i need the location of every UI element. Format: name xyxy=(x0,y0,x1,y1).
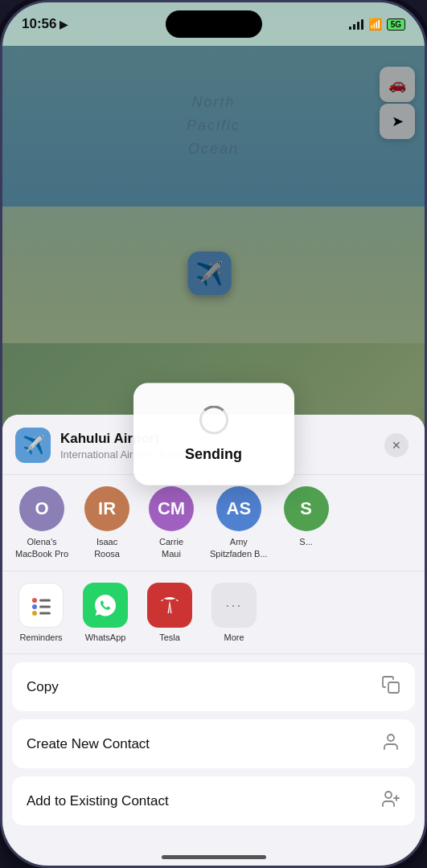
svg-rect-3 xyxy=(39,606,51,608)
home-indicator xyxy=(162,855,266,859)
svg-rect-6 xyxy=(388,682,399,693)
time-label: 10:56 xyxy=(22,16,56,32)
copy-action-button[interactable]: Copy xyxy=(12,662,415,711)
svg-point-7 xyxy=(388,735,394,741)
create-contact-icon xyxy=(381,732,400,755)
action-list: Copy Create New Contact xyxy=(2,654,425,841)
app-item-whatsapp[interactable]: WhatsApp xyxy=(80,583,131,642)
person-avatar: S xyxy=(284,486,329,531)
sending-modal: Sending xyxy=(133,383,294,485)
signal-bars-icon xyxy=(349,18,363,30)
add-existing-label: Add to Existing Contact xyxy=(27,793,169,809)
svg-point-4 xyxy=(32,611,37,616)
svg-point-0 xyxy=(32,598,37,603)
person-item[interactable]: CM CarrieMaui xyxy=(146,486,197,559)
battery-badge: 5G xyxy=(387,18,405,31)
app-row: Reminders WhatsApp xyxy=(2,571,425,654)
dynamic-island xyxy=(166,10,262,38)
svg-point-8 xyxy=(385,792,392,798)
loading-spinner xyxy=(199,406,228,435)
status-time: 10:56 ▶ xyxy=(22,16,68,32)
copy-icon xyxy=(381,675,400,698)
svg-rect-1 xyxy=(39,600,51,602)
app-name: Reminders xyxy=(19,633,62,642)
whatsapp-app-icon xyxy=(83,583,128,628)
more-app-icon: ··· xyxy=(211,583,257,628)
location-icon: ✈️ xyxy=(15,428,51,463)
person-avatar: CM xyxy=(149,486,194,531)
phone-frame: 10:56 ▶ 📶 5G North Pacific Ocean 🚗 ➤ ✈️ xyxy=(0,0,427,868)
svg-rect-5 xyxy=(39,612,51,615)
create-contact-label: Create New Contact xyxy=(27,736,150,752)
add-existing-contact-action-button[interactable]: Add to Existing Contact xyxy=(12,776,415,825)
person-name: IsaacRoosa xyxy=(94,536,120,559)
app-name: More xyxy=(224,633,244,642)
create-contact-action-button[interactable]: Create New Contact xyxy=(12,719,415,768)
person-item[interactable]: IR IsaacRoosa xyxy=(81,486,133,559)
status-icons: 📶 5G xyxy=(349,18,405,31)
wifi-icon: 📶 xyxy=(368,18,382,31)
app-item-tesla[interactable]: Tesla xyxy=(144,583,195,642)
location-arrow-icon: ▶ xyxy=(60,18,68,31)
svg-point-2 xyxy=(32,604,37,609)
person-name: Olena'sMacBook Pro xyxy=(15,536,68,559)
close-button[interactable]: ✕ xyxy=(384,433,409,457)
sending-text: Sending xyxy=(185,446,242,463)
app-item-reminders[interactable]: Reminders xyxy=(15,583,67,642)
person-name: S... xyxy=(299,536,313,547)
person-item[interactable]: AS AmySpitzfaden B... xyxy=(210,486,268,559)
person-avatar: IR xyxy=(84,486,129,531)
app-name: Tesla xyxy=(159,633,180,642)
person-item[interactable]: S S... xyxy=(281,486,332,559)
person-name: CarrieMaui xyxy=(159,536,183,559)
copy-label: Copy xyxy=(27,679,59,695)
people-row: O Olena'sMacBook Pro IR IsaacRoosa CM Ca… xyxy=(2,475,425,571)
person-item[interactable]: O Olena'sMacBook Pro xyxy=(15,486,68,559)
tesla-app-icon xyxy=(147,583,192,628)
person-avatar: AS xyxy=(216,486,261,531)
person-name: AmySpitzfaden B... xyxy=(210,536,268,559)
add-existing-icon xyxy=(381,789,400,813)
app-item-more[interactable]: ··· More xyxy=(208,583,260,642)
person-avatar: O xyxy=(19,486,64,531)
reminders-app-icon xyxy=(18,583,64,628)
app-name: WhatsApp xyxy=(85,633,126,642)
